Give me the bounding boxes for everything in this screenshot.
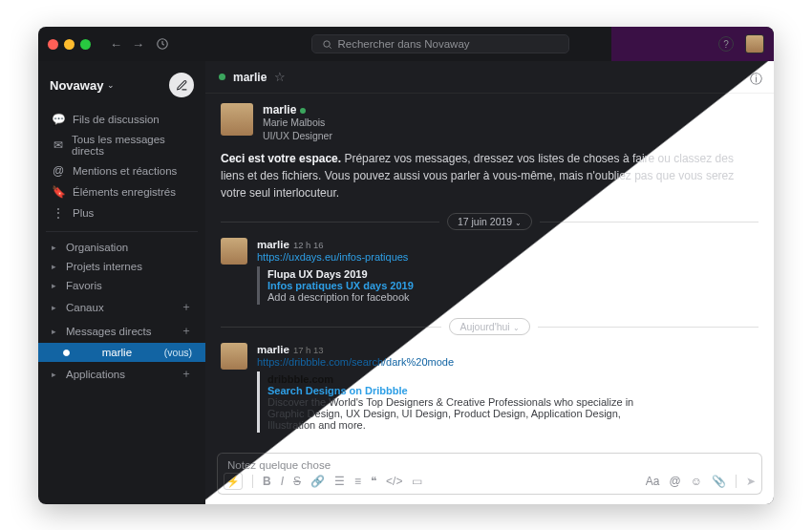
section-canaux[interactable]: ▸Canaux＋ <box>38 295 205 319</box>
workspace-switcher[interactable]: Novaway ⌄ <box>50 78 115 93</box>
help-icon[interactable]: ? <box>718 36 734 52</box>
strike-icon[interactable]: S <box>293 475 301 488</box>
sidebar: Novaway ⌄ 💬Fils de discussion ✉Tous les … <box>38 61 205 504</box>
link-icon[interactable]: 🔗 <box>310 475 325 488</box>
message: marlie12 h 16 https://uxdays.eu/infos-pr… <box>221 238 759 308</box>
shortcuts-icon[interactable]: ⚡ <box>224 473 243 490</box>
mention-icon[interactable]: @ <box>670 475 681 488</box>
dm-self[interactable]: marlie (vous) <box>38 343 205 362</box>
attach-icon[interactable]: 📎 <box>712 475 726 488</box>
presence-icon <box>219 74 225 80</box>
titlebar: ← → Rechercher dans Novaway ? <box>38 27 774 61</box>
section-dm[interactable]: ▸Messages directs＋ <box>38 319 205 343</box>
presence-icon <box>300 108 306 114</box>
send-button[interactable]: ➤ <box>746 475 756 488</box>
more-icon: ⋮ <box>52 206 65 220</box>
nav-back-icon[interactable]: ← <box>110 37 122 52</box>
section-organisation[interactable]: ▸Organisation <box>38 238 205 257</box>
numbered-list-icon[interactable]: ≡ <box>354 475 361 488</box>
avatar[interactable] <box>221 103 253 136</box>
bold-icon[interactable]: B <box>263 475 271 488</box>
star-icon[interactable]: ☆ <box>274 70 286 84</box>
channel-header: marlie ☆ <box>205 61 774 94</box>
section-favoris[interactable]: ▸Favoris <box>38 276 205 295</box>
at-icon: @ <box>52 164 65 178</box>
italic-icon[interactable]: I <box>281 475 284 488</box>
info-icon[interactable]: ⓘ <box>750 71 762 88</box>
message-link[interactable]: https://uxdays.eu/infos-pratiques <box>257 251 414 263</box>
codeblock-icon[interactable]: ▭ <box>412 475 422 488</box>
link-preview: Flupa UX Days 2019 Infos pratiques UX da… <box>257 266 414 305</box>
code-icon[interactable]: </> <box>386 475 402 488</box>
sidebar-item-saved[interactable]: 🔖Éléments enregistrés <box>46 181 198 202</box>
message-link[interactable]: https://dribbble.com/search/dark%20mode <box>257 356 658 368</box>
sidebar-item-threads[interactable]: 💬Fils de discussion <box>46 109 198 130</box>
plus-icon[interactable]: ＋ <box>181 366 192 382</box>
sidebar-item-dms[interactable]: ✉Tous les messages directs <box>46 130 198 160</box>
plus-icon[interactable]: ＋ <box>181 323 192 339</box>
intro-text: Ceci est votre espace. Préparez vos mess… <box>221 150 759 201</box>
search-icon <box>322 39 332 50</box>
history-icon[interactable] <box>156 37 169 51</box>
composer: Notez quelque chose ⚡ B I S 🔗 ☰ ≡ ❝ </> … <box>217 453 762 495</box>
avatar[interactable] <box>221 238 247 265</box>
sidebar-item-mentions[interactable]: @Mentions et réactions <box>46 160 198 181</box>
format-icon[interactable]: Aa <box>646 475 660 488</box>
quote-icon[interactable]: ❝ <box>371 475 376 488</box>
user-avatar[interactable] <box>745 34 764 53</box>
svg-point-1 <box>323 40 329 46</box>
nav-forward-icon[interactable]: → <box>132 37 144 52</box>
link-preview: dribbble.com Search Designs on Dribbble … <box>257 371 658 433</box>
date-divider: 17 juin 2019 ⌄ <box>221 213 759 230</box>
message: marlie17 h 13 https://dribbble.com/searc… <box>221 343 759 437</box>
list-icon[interactable]: ☰ <box>334 475 345 488</box>
search-placeholder: Rechercher dans Novaway <box>338 38 470 50</box>
maximize-icon[interactable] <box>80 39 91 50</box>
presence-icon <box>63 350 70 356</box>
minimize-icon[interactable] <box>64 39 75 50</box>
channel-name[interactable]: marlie <box>233 71 267 84</box>
chevron-down-icon: ⌄ <box>107 80 115 90</box>
sidebar-item-more[interactable]: ⋮Plus <box>46 202 198 223</box>
dm-icon: ✉ <box>52 138 64 152</box>
avatar[interactable] <box>221 343 247 370</box>
search-input[interactable]: Rechercher dans Novaway <box>311 34 569 53</box>
plus-icon[interactable]: ＋ <box>181 299 192 315</box>
emoji-icon[interactable]: ☺ <box>691 475 702 488</box>
threads-icon: 💬 <box>52 113 65 126</box>
compose-button[interactable] <box>169 73 194 97</box>
close-icon[interactable] <box>48 39 58 50</box>
message-input[interactable]: Notez quelque chose ⚡ B I S 🔗 ☰ ≡ ❝ </> … <box>217 453 762 495</box>
chevron-down-icon: ⌄ <box>515 219 522 227</box>
self-profile: marlie Marie Malbois UI/UX Designer <box>221 103 759 142</box>
composer-placeholder: Notez quelque chose <box>227 459 331 471</box>
section-apps[interactable]: ▸Applications＋ <box>38 362 205 386</box>
section-projets[interactable]: ▸Projets internes <box>38 257 205 276</box>
date-divider: Aujourd'hui ⌄ <box>221 318 759 335</box>
bookmark-icon: 🔖 <box>52 185 65 199</box>
window-controls <box>48 39 91 50</box>
chevron-down-icon: ⌄ <box>513 324 520 332</box>
